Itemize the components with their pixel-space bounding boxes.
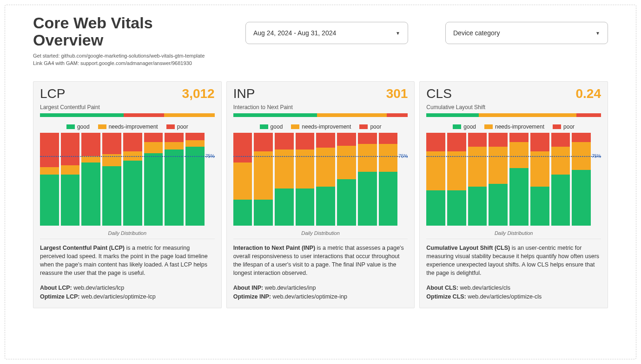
- optimize-label: Optimize CLS:: [426, 293, 466, 300]
- metric-value: 301: [386, 86, 408, 101]
- chart-caption: Daily Distribution: [426, 228, 601, 239]
- metric-full-name: Interaction to Next Paint: [233, 104, 408, 110]
- cards-row: LCP3,012Largest Contentful Paintgoodneed…: [33, 81, 608, 308]
- chart-bar: [509, 133, 529, 226]
- threshold-label: 75%: [398, 153, 408, 158]
- chart-caption: Daily Distribution: [233, 228, 408, 239]
- metric-full-name: Cumulative Layout Shift: [426, 104, 601, 110]
- date-range-picker[interactable]: Aug 24, 2024 - Aug 31, 2024 ▼: [245, 22, 408, 44]
- device-category-value: Device category: [453, 29, 500, 37]
- chart-bar: [233, 133, 252, 226]
- about-link[interactable]: web.dev/articles/cls: [460, 285, 510, 291]
- chart-bar: [358, 133, 377, 226]
- chart-bar: [185, 133, 205, 226]
- chart-bar: [123, 133, 142, 226]
- metric-abbr: INP: [233, 86, 255, 101]
- page-title: Core Web Vitals Overview: [33, 14, 208, 49]
- about-link[interactable]: web.dev/articles/inp: [265, 285, 316, 291]
- optimize-link[interactable]: web.dev/articles/optimize-inp: [272, 293, 347, 300]
- metric-abbr: LCP: [40, 86, 65, 101]
- chart-bar: [426, 133, 445, 226]
- chart-bar: [165, 133, 184, 226]
- chart-bar: [551, 133, 570, 226]
- chart-legend: goodneeds-improvementpoor: [233, 124, 408, 130]
- chart-bar: [102, 133, 121, 226]
- chart-caption: Daily Distribution: [40, 228, 215, 239]
- title-block: Core Web Vitals Overview Get started: gi…: [33, 14, 208, 67]
- subline-1: Get started: github.com/google-marketing…: [33, 52, 208, 60]
- metric-links: About LCP: web.dev/articles/lcpOptimize …: [40, 284, 215, 301]
- caret-down-icon: ▼: [396, 31, 400, 36]
- dashboard-frame: Core Web Vitals Overview Get started: gi…: [5, 5, 636, 359]
- overall-distribution-bar: [40, 113, 215, 117]
- metric-card-cls: CLS0.24Cumulative Layout Shiftgoodneeds-…: [419, 81, 608, 308]
- caret-down-icon: ▼: [595, 31, 600, 36]
- metric-description: Interaction to Next Paint (INP) is a met…: [233, 244, 408, 278]
- about-link[interactable]: web.dev/articles/lcp: [73, 285, 124, 291]
- chart-bar: [379, 133, 398, 226]
- about-label: About LCP:: [40, 285, 72, 291]
- metric-links: About INP: web.dev/articles/inpOptimize …: [233, 284, 408, 301]
- device-category-picker[interactable]: Device category ▼: [445, 22, 608, 44]
- legend-good: good: [453, 124, 476, 130]
- threshold-label: 75%: [205, 153, 215, 158]
- legend-poor: poor: [553, 124, 575, 130]
- metric-value: 0.24: [576, 86, 601, 101]
- chart-bar: [296, 133, 315, 226]
- chart-bar: [489, 133, 508, 226]
- metric-description: Largest Contentful Paint (LCP) is a metr…: [40, 244, 215, 278]
- chart-bar: [572, 133, 591, 226]
- chart-bar: [61, 133, 80, 226]
- daily-distribution-chart: 75%: [426, 133, 601, 226]
- metric-full-name: Largest Contentful Paint: [40, 104, 215, 110]
- legend-poor: poor: [166, 124, 188, 130]
- subline-2: Link GA4 with GAM: support.google.com/ad…: [33, 59, 208, 67]
- legend-needs-improvement: needs-improvement: [484, 124, 544, 130]
- legend-good: good: [260, 124, 283, 130]
- chart-bar: [144, 133, 163, 226]
- date-range-value: Aug 24, 2024 - Aug 31, 2024: [253, 29, 336, 37]
- chart-bar: [337, 133, 356, 226]
- chart-bar: [81, 133, 100, 226]
- legend-good: good: [66, 124, 90, 130]
- about-label: About INP:: [233, 285, 264, 291]
- metric-card-lcp: LCP3,012Largest Contentful Paintgoodneed…: [33, 81, 222, 308]
- chart-legend: goodneeds-improvementpoor: [426, 124, 601, 130]
- chart-legend: goodneeds-improvementpoor: [40, 124, 215, 130]
- legend-poor: poor: [359, 124, 381, 130]
- metric-value: 3,012: [182, 86, 215, 101]
- optimize-link[interactable]: web.dev/articles/optimize-cls: [468, 293, 542, 300]
- overall-distribution-bar: [426, 113, 601, 117]
- daily-distribution-chart: 75%: [233, 133, 408, 226]
- metric-links: About CLS: web.dev/articles/clsOptimize …: [426, 284, 601, 301]
- legend-needs-improvement: needs-improvement: [291, 124, 351, 130]
- chart-bar: [447, 133, 466, 226]
- threshold-label: 75%: [592, 153, 601, 158]
- metric-abbr: CLS: [426, 86, 451, 101]
- chart-bar: [316, 133, 335, 226]
- overall-distribution-bar: [233, 113, 408, 117]
- chart-bar: [530, 133, 549, 226]
- chart-bar: [40, 133, 59, 226]
- metric-description: Cumulative Layout Shift (CLS) is an user…: [426, 244, 601, 278]
- optimize-label: Optimize INP:: [233, 293, 271, 300]
- chart-bar: [468, 133, 487, 226]
- header-row: Core Web Vitals Overview Get started: gi…: [33, 14, 608, 67]
- about-label: About CLS:: [426, 285, 458, 291]
- optimize-label: Optimize LCP:: [40, 293, 79, 300]
- chart-bar: [254, 133, 273, 226]
- chart-bar: [275, 133, 294, 226]
- metric-card-inp: INP301Interaction to Next Paintgoodneeds…: [226, 81, 415, 308]
- optimize-link[interactable]: web.dev/articles/optimize-lcp: [81, 293, 156, 300]
- daily-distribution-chart: 75%: [40, 133, 215, 226]
- legend-needs-improvement: needs-improvement: [98, 124, 158, 130]
